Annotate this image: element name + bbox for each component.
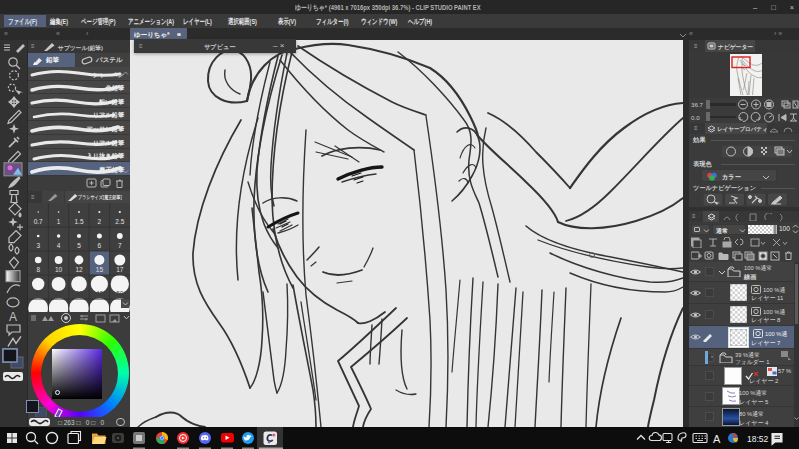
svg-text:6: 6 [98, 242, 102, 249]
svg-text:17: 17 [116, 266, 124, 273]
svg-text:50: 50 [116, 290, 124, 297]
svg-text:A: A [713, 433, 721, 445]
svg-text:10: 10 [55, 266, 63, 273]
svg-text:25: 25 [55, 290, 63, 297]
svg-text:1: 1 [57, 218, 61, 225]
svg-text:2.5: 2.5 [115, 218, 124, 225]
svg-text:12: 12 [75, 266, 83, 273]
svg-text:3: 3 [36, 242, 40, 249]
svg-text:2: 2 [98, 218, 102, 225]
svg-text:8: 8 [36, 266, 40, 273]
svg-text:5: 5 [77, 242, 81, 249]
svg-text:40: 40 [96, 290, 104, 297]
svg-text:A: A [9, 310, 17, 324]
svg-text:30: 30 [75, 290, 83, 297]
svg-text:4: 4 [57, 242, 61, 249]
svg-text:18:52: 18:52 [747, 434, 769, 444]
svg-text:1.5: 1.5 [74, 218, 83, 225]
svg-text:15: 15 [96, 266, 104, 273]
svg-text:0.7: 0.7 [34, 218, 43, 225]
svg-text:20: 20 [35, 290, 43, 297]
svg-text:7: 7 [118, 242, 122, 249]
